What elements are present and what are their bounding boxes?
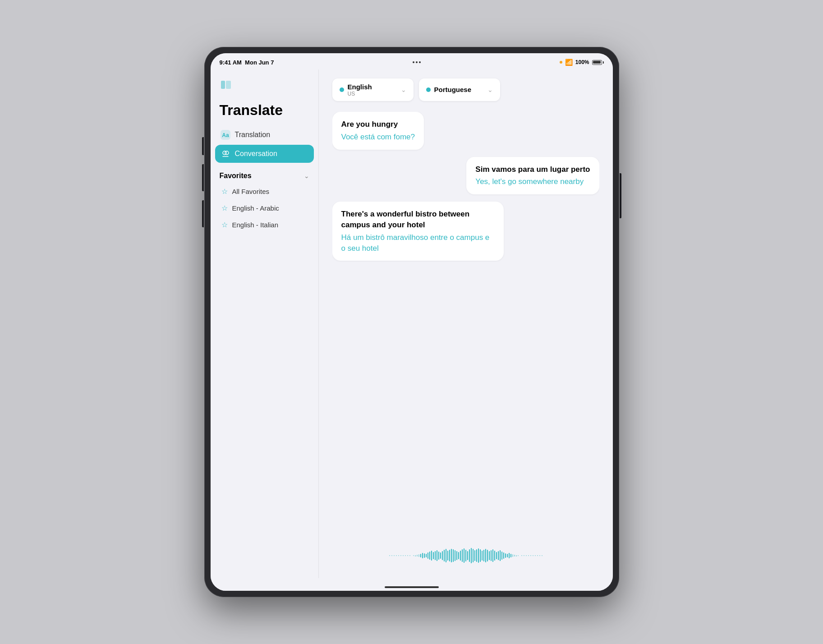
nav-items: Aa Translation <box>211 126 318 163</box>
signal-dot <box>560 61 562 64</box>
waveform-bar-36 <box>478 548 479 563</box>
waveform-bar-39 <box>483 550 484 561</box>
waveform-bar-35 <box>476 549 477 562</box>
target-lang-chevron-icon: ⌄ <box>487 86 493 93</box>
waveform-bar-10 <box>431 551 432 561</box>
conversation-area[interactable]: Are you hungryVocê está com fome?Sim vam… <box>332 112 599 538</box>
waveform-bar-19 <box>447 551 448 561</box>
waveform-bar-6 <box>424 553 425 558</box>
waveform-bar-42 <box>489 551 490 560</box>
waveform-bar-7 <box>426 554 427 557</box>
message-bubble-2[interactable]: There's a wonderful bistro between campu… <box>332 202 504 261</box>
favorite-item-all[interactable]: ☆ All Favorites <box>220 184 309 199</box>
waveform-bar-31 <box>469 549 470 562</box>
waveform-bar-26 <box>460 551 461 561</box>
svg-point-5 <box>225 151 229 155</box>
waveform-bar-20 <box>449 550 450 561</box>
svg-rect-1 <box>226 81 231 89</box>
waveform-bar-24 <box>456 551 457 560</box>
waveform-bar-58 <box>518 555 519 556</box>
msg-translated-2: Há um bistrô maravilhoso entre o campus … <box>341 232 495 254</box>
waveform-bar-0 <box>413 555 414 556</box>
favorite-item-arabic[interactable]: ☆ English - Arabic <box>220 200 309 216</box>
target-lang-name: Portuguese <box>434 86 484 94</box>
waveform-bar-27 <box>462 549 463 562</box>
waveform-bar-44 <box>492 549 493 562</box>
status-dots <box>413 61 421 63</box>
source-language-dropdown[interactable]: English US ⌄ <box>332 78 414 101</box>
waveform-bar-18 <box>446 549 446 562</box>
waveform <box>332 548 599 563</box>
volume-mute-button[interactable] <box>202 137 204 155</box>
wifi-icon: 📶 <box>565 59 573 66</box>
waveform-bar-30 <box>467 551 468 560</box>
waveform-bar-41 <box>487 550 488 561</box>
msg-original-1: Sim vamos para um lugar perto <box>475 164 590 175</box>
waveform-bar-1 <box>415 555 416 557</box>
target-lang-info: Portuguese <box>434 86 484 94</box>
favorite-items: ☆ All Favorites ☆ English - Arabic ☆ Eng… <box>220 184 309 233</box>
svg-text:Aa: Aa <box>222 132 229 138</box>
waveform-bar-11 <box>433 552 434 559</box>
waveform-bar-54 <box>510 554 511 557</box>
waveform-bar-5 <box>422 553 423 558</box>
waveform-bar-51 <box>505 553 506 558</box>
waveform-bar-8 <box>428 552 428 559</box>
waveform-bar-52 <box>507 554 508 557</box>
conversation-icon <box>221 149 230 159</box>
waveform-bar-40 <box>485 549 486 562</box>
favorite-label-all: All Favorites <box>232 188 270 195</box>
waveform-bar-17 <box>444 550 445 561</box>
sidebar-toggle-button[interactable] <box>220 78 232 91</box>
message-bubble-1[interactable]: Sim vamos para um lugar pertoYes, let's … <box>466 157 599 195</box>
waveform-bar-25 <box>458 552 459 559</box>
favorites-header[interactable]: Favorites ⌄ <box>220 172 309 180</box>
favorites-chevron-icon: ⌄ <box>304 172 309 179</box>
waveform-container <box>332 542 599 569</box>
language-selector: English US ⌄ Portuguese ⌄ <box>332 78 599 101</box>
home-indicator-area <box>211 578 613 591</box>
volume-down-button[interactable] <box>202 200 204 227</box>
source-lang-info: English US <box>348 83 397 97</box>
waveform-bar-55 <box>512 554 513 557</box>
battery-icon <box>592 60 604 65</box>
ipad-device: 9:41 AM Mon Jun 7 📶 100% <box>204 47 619 597</box>
star-icon-all: ☆ <box>221 187 228 196</box>
waveform-bar-32 <box>471 548 472 563</box>
waveform-bar-12 <box>435 551 436 560</box>
ipad-screen: 9:41 AM Mon Jun 7 📶 100% <box>211 53 613 591</box>
waveform-bar-23 <box>455 550 455 561</box>
sidebar: Translate Aa Translation <box>211 69 319 578</box>
favorites-title: Favorites <box>220 172 252 180</box>
sidebar-item-conversation[interactable]: Conversation <box>215 145 314 163</box>
main-content: English US ⌄ Portuguese ⌄ <box>319 69 613 578</box>
power-button[interactable] <box>620 173 621 218</box>
message-bubble-0[interactable]: Are you hungryVocê está com fome? <box>332 112 424 150</box>
waveform-bar-38 <box>482 551 483 561</box>
waveform-bar-16 <box>442 551 443 560</box>
home-bar <box>385 586 439 588</box>
waveform-bar-37 <box>480 549 481 562</box>
star-icon-arabic: ☆ <box>221 204 228 212</box>
sidebar-item-translation[interactable]: Aa Translation <box>215 126 314 144</box>
translation-icon: Aa <box>221 130 230 140</box>
waveform-bar-4 <box>420 554 421 557</box>
waveform-bar-28 <box>464 548 464 563</box>
waveform-bar-43 <box>491 550 492 561</box>
waveform-bar-9 <box>429 552 430 560</box>
target-language-dropdown[interactable]: Portuguese ⌄ <box>419 78 500 101</box>
waveform-bar-49 <box>501 552 502 560</box>
waveform-bar-29 <box>465 550 466 561</box>
waveform-bar-13 <box>437 550 437 561</box>
favorite-item-italian[interactable]: ☆ English - Italian <box>220 217 309 233</box>
status-indicators: 📶 100% <box>560 59 604 66</box>
waveform-bar-57 <box>516 555 517 557</box>
waveform-bar-21 <box>451 549 452 562</box>
waveform-bar-53 <box>509 553 510 558</box>
volume-up-button[interactable] <box>202 164 204 191</box>
status-bar: 9:41 AM Mon Jun 7 📶 100% <box>211 53 613 69</box>
source-lang-chevron-icon: ⌄ <box>401 86 406 93</box>
favorite-label-arabic: English - Arabic <box>232 204 279 212</box>
waveform-bar-22 <box>453 549 454 562</box>
msg-original-2: There's a wonderful bistro between campu… <box>341 209 495 230</box>
